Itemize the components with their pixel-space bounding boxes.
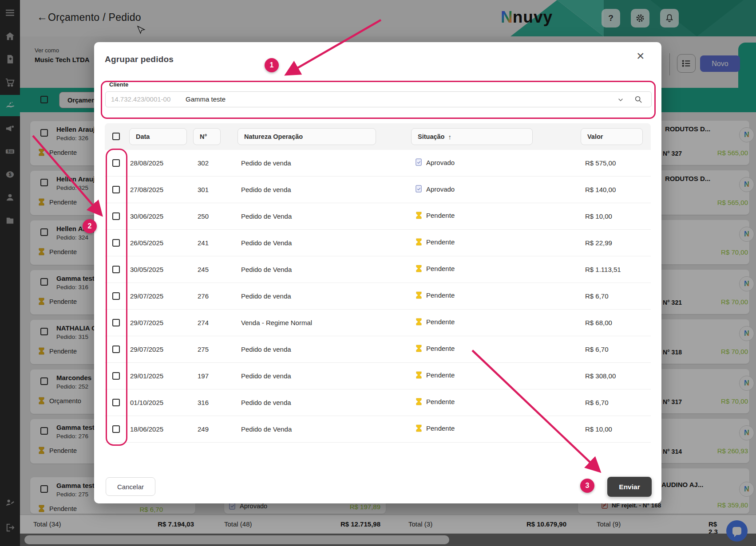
hourglass-icon [416, 291, 422, 299]
cell-value: R$ 1.113,51 [585, 266, 621, 273]
table-row[interactable]: 28/08/2025 302 Pedido de venda Aprovado … [105, 150, 651, 177]
cell-date: 29/01/2025 [130, 372, 163, 380]
cell-number: 276 [198, 292, 209, 300]
cell-date: 27/08/2025 [130, 186, 163, 193]
table-header: Data N° Natureza Operação Situação↑ Valo… [105, 123, 651, 150]
cell-number: 250 [198, 212, 209, 220]
hourglass-icon [416, 398, 422, 405]
table-row[interactable]: 26/05/2025 241 Pedido de Venda Pendente … [105, 230, 651, 256]
cell-date: 28/08/2025 [130, 159, 163, 167]
cell-status: Pendente [416, 238, 455, 246]
sort-asc-icon: ↑ [448, 133, 451, 141]
cell-value: R$ 140,00 [585, 186, 616, 193]
cell-status: Pendente [416, 424, 455, 432]
cell-nature: Pedido de Venda [241, 239, 292, 247]
table-row[interactable]: 29/07/2025 276 Pedido de venda Pendente … [105, 283, 651, 310]
cell-number: 316 [198, 399, 209, 406]
cell-nature: Pedido de venda [241, 372, 291, 380]
app-screen: $ $ ← Orçamento / Pedido Nnuvy ? Ver com… [0, 0, 756, 546]
select-all-checkbox[interactable] [112, 133, 120, 140]
cell-number: 275 [198, 346, 209, 353]
table-row[interactable]: 01/10/2025 316 Pedido de venda Pendente … [105, 389, 651, 416]
cell-date: 30/05/2025 [130, 266, 163, 273]
cell-nature: Pedido de Venda [241, 212, 292, 220]
approved-doc-icon [416, 158, 422, 166]
close-icon[interactable]: × [637, 49, 645, 63]
table-row[interactable]: 29/07/2025 275 Pedido de venda Pendente … [105, 336, 651, 363]
cell-value: R$ 10,00 [585, 212, 612, 220]
send-button-label: Enviar [619, 483, 640, 491]
hourglass-icon [416, 318, 422, 326]
modal-title: Agrupar pedidos [105, 55, 174, 64]
hourglass-icon [416, 345, 422, 352]
table-row[interactable]: 18/06/2025 249 Pedido de Venda Pendente … [105, 416, 651, 443]
cell-nature: Pedido de venda [241, 292, 291, 300]
cell-nature: Pedido de venda [241, 346, 291, 353]
cell-status: Pendente [416, 398, 455, 405]
cell-number: 245 [198, 266, 209, 273]
annotation-highlight-checkboxes [106, 149, 127, 446]
annotation-step-3: 3 [580, 479, 594, 493]
cell-nature: Pedido de venda [241, 399, 291, 406]
cell-status: Aprovado [416, 185, 455, 193]
cell-date: 18/06/2025 [130, 425, 163, 433]
column-header-natureza[interactable]: Natureza Operação [237, 128, 376, 145]
column-header-valor[interactable]: Valor [581, 128, 643, 145]
cell-status: Aprovado [416, 158, 455, 166]
cell-number: 249 [198, 425, 209, 433]
cell-value: R$ 68,00 [585, 319, 612, 326]
table-row[interactable]: 29/07/2025 274 Venda - Regime Normal Pen… [105, 310, 651, 336]
cell-date: 29/07/2025 [130, 346, 163, 353]
cell-nature: Pedido de Venda [241, 266, 292, 273]
table-row[interactable]: 29/01/2025 197 Pedido de venda Pendente … [105, 363, 651, 389]
cell-status: Pendente [416, 265, 455, 272]
cell-date: 30/06/2025 [130, 212, 163, 220]
cell-nature: Pedido de venda [241, 186, 291, 193]
table-row[interactable]: 30/05/2025 245 Pedido de Venda Pendente … [105, 256, 651, 283]
hourglass-icon [416, 212, 422, 219]
hourglass-icon [416, 424, 422, 432]
cell-value: R$ 6,70 [585, 399, 609, 406]
hourglass-icon [416, 238, 422, 246]
annotation-highlight-cliente [101, 81, 656, 119]
orders-table-body: 28/08/2025 302 Pedido de venda Aprovado … [105, 150, 651, 443]
cell-status: Pendente [416, 371, 455, 379]
cell-date: 01/10/2025 [130, 399, 163, 406]
cell-date: 26/05/2025 [130, 239, 163, 247]
cell-value: R$ 575,00 [585, 159, 616, 167]
cell-number: 302 [198, 159, 209, 167]
column-header-data[interactable]: Data [129, 128, 187, 145]
cell-value: R$ 308,00 [585, 372, 616, 380]
cell-value: R$ 6,70 [585, 292, 609, 300]
annotation-step-1: 1 [265, 58, 279, 72]
cell-number: 197 [198, 372, 209, 380]
hourglass-icon [416, 265, 422, 272]
cell-status: Pendente [416, 318, 455, 326]
cell-number: 301 [198, 186, 209, 193]
cell-value: R$ 22,99 [585, 239, 612, 247]
annotation-step-2: 2 [83, 219, 97, 233]
cell-status: Pendente [416, 212, 455, 219]
cell-number: 241 [198, 239, 209, 247]
table-row[interactable]: 27/08/2025 301 Pedido de venda Aprovado … [105, 177, 651, 203]
cell-status: Pendente [416, 345, 455, 352]
hourglass-icon [416, 371, 422, 379]
cell-nature: Venda - Regime Normal [241, 319, 312, 326]
cell-date: 29/07/2025 [130, 292, 163, 300]
cell-nature: Pedido de venda [241, 159, 291, 167]
column-header-numero[interactable]: N° [193, 128, 221, 145]
cancel-button-label: Cancelar [117, 483, 144, 491]
table-row[interactable]: 30/06/2025 250 Pedido de Venda Pendente … [105, 203, 651, 230]
send-button[interactable]: Enviar [607, 477, 652, 497]
cell-nature: Pedido de Venda [241, 425, 292, 433]
cell-number: 274 [198, 319, 209, 326]
cell-date: 29/07/2025 [130, 319, 163, 326]
cell-value: R$ 10,00 [585, 425, 612, 433]
cell-value: R$ 6,70 [585, 346, 609, 353]
cancel-button[interactable]: Cancelar [106, 477, 155, 496]
cell-status: Pendente [416, 291, 455, 299]
column-header-situacao[interactable]: Situação↑ [411, 128, 533, 145]
approved-doc-icon [416, 185, 422, 193]
